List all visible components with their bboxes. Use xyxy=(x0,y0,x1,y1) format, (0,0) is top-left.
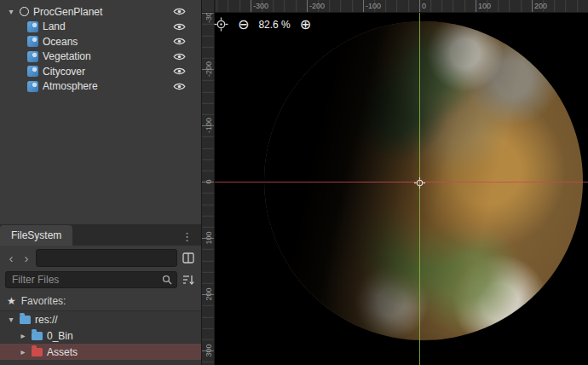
scene-node-atmosphere[interactable]: Atmosphere xyxy=(0,79,201,95)
sprite-icon xyxy=(27,21,38,32)
zoom-in-button[interactable]: ⊕ xyxy=(300,18,311,32)
origin-crosshair xyxy=(414,177,425,188)
visibility-eye-icon[interactable] xyxy=(173,67,186,76)
favorites-star-icon: ★ xyxy=(7,296,16,306)
favorites-section[interactable]: ★ Favorites: xyxy=(0,290,201,310)
left-dock: ▾ ProcGenPlanet Land Oceans xyxy=(0,0,202,365)
scene-node-label: Atmosphere xyxy=(43,80,98,92)
scene-node-root[interactable]: ▾ ProcGenPlanet xyxy=(0,4,201,20)
ruler-label: 0 xyxy=(422,2,426,10)
scene-node-land[interactable]: Land xyxy=(0,20,201,35)
search-icon xyxy=(162,275,172,285)
filesystem-panel: FileSystem ⋮ ‹ › ★ xyxy=(0,224,201,365)
scene-tree-panel: ▾ ProcGenPlanet Land Oceans xyxy=(0,0,201,224)
filesystem-nav-row: ‹ › xyxy=(0,246,201,269)
filesystem-filter-row xyxy=(0,269,201,290)
zoom-controls: ⊖ 82.6 % ⊕ xyxy=(214,17,311,32)
folder-icon xyxy=(32,348,43,356)
ruler-label: -100 xyxy=(202,119,217,132)
visibility-eye-icon[interactable] xyxy=(173,7,186,16)
fs-item-label: res:// xyxy=(35,314,58,326)
x-axis-line xyxy=(202,182,588,182)
visibility-eye-icon[interactable] xyxy=(173,37,186,46)
ruler-label: 200 xyxy=(534,2,547,10)
chevron-right-icon[interactable]: ▸ xyxy=(19,331,27,340)
ruler-vertical[interactable]: -300 -200 -100 0 100 200 300 xyxy=(202,0,215,365)
chevron-right-icon[interactable]: ▸ xyxy=(19,347,27,356)
filesystem-tabbar: FileSystem ⋮ xyxy=(0,224,201,246)
ruler-horizontal[interactable]: -300 -200 -100 0 100 200 xyxy=(202,0,588,13)
sprite-icon xyxy=(27,36,38,47)
zoom-out-button[interactable]: ⊖ xyxy=(238,18,249,32)
ruler-label: 100 xyxy=(202,232,217,245)
fs-item-res[interactable]: ▾ res:// xyxy=(0,311,201,327)
scene-node-label: Vegetation xyxy=(43,50,91,62)
ruler-label: 300 xyxy=(202,345,217,357)
ruler-label: 0 xyxy=(202,176,217,188)
scene-node-label: Land xyxy=(43,20,66,32)
ruler-label: -200 xyxy=(202,63,217,76)
godot-editor: ▾ ProcGenPlanet Land Oceans xyxy=(0,0,588,365)
viewport-2d[interactable]: -300 -200 -100 0 100 200 -300 -200 -100 … xyxy=(202,0,588,365)
split-view-icon xyxy=(182,252,194,264)
scene-node-citycover[interactable]: Citycover xyxy=(0,64,201,79)
zoom-level[interactable]: 82.6 % xyxy=(258,19,290,31)
ruler-label: -200 xyxy=(309,2,325,10)
filter-files-input[interactable] xyxy=(5,271,177,288)
fs-item-assets[interactable]: ▸ Assets xyxy=(0,344,201,360)
node-circle-icon xyxy=(20,7,29,16)
visibility-eye-icon[interactable] xyxy=(173,52,186,61)
panel-menu-icon[interactable]: ⋮ xyxy=(182,231,193,242)
sprite-icon xyxy=(27,51,38,62)
history-back-button[interactable]: ‹ xyxy=(5,252,17,264)
sort-icon xyxy=(182,275,194,285)
ruler-corner xyxy=(202,0,215,13)
filesystem-tree: ▾ res:// ▸ 0_Bin ▸ Assets xyxy=(0,310,201,360)
tab-filesystem[interactable]: FileSystem xyxy=(0,225,72,246)
fs-item-label: Assets xyxy=(47,346,78,358)
sprite-icon xyxy=(27,81,38,92)
scene-node-label: Citycover xyxy=(43,66,85,78)
folder-icon xyxy=(32,332,43,340)
path-input[interactable] xyxy=(36,249,177,267)
chevron-down-icon[interactable]: ▾ xyxy=(7,315,15,324)
scene-node-oceans[interactable]: Oceans xyxy=(0,34,201,49)
ruler-label: -300 xyxy=(253,2,268,10)
ruler-label: 200 xyxy=(202,288,217,301)
history-forward-button[interactable]: › xyxy=(20,252,32,264)
sprite-icon xyxy=(27,66,38,77)
folder-icon xyxy=(20,316,31,324)
crosshair-icon[interactable] xyxy=(214,17,228,32)
ruler-label: 100 xyxy=(478,2,491,10)
visibility-eye-icon[interactable] xyxy=(173,82,186,91)
favorites-label: Favorites: xyxy=(21,295,66,307)
chevron-down-icon[interactable]: ▾ xyxy=(7,7,15,16)
scene-node-label: ProcGenPlanet xyxy=(33,6,102,18)
scene-node-vegetation[interactable]: Vegetation xyxy=(0,49,201,65)
sort-button[interactable] xyxy=(181,274,196,286)
toggle-split-mode-button[interactable] xyxy=(181,252,196,264)
visibility-eye-icon[interactable] xyxy=(173,22,186,32)
scene-node-label: Oceans xyxy=(43,36,78,48)
fs-item-label: 0_Bin xyxy=(47,330,73,342)
ruler-label: -100 xyxy=(366,2,381,10)
fs-item-0bin[interactable]: ▸ 0_Bin xyxy=(0,327,201,344)
